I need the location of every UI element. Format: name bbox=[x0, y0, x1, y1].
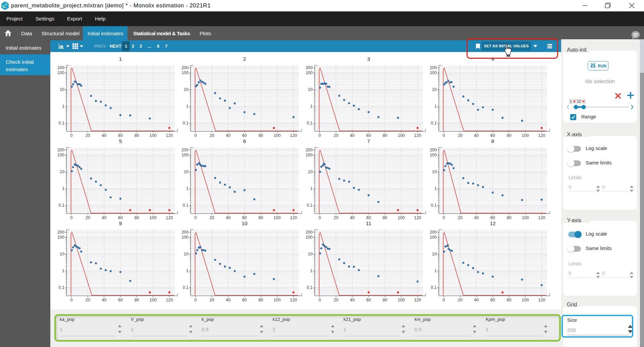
svg-text:80: 80 bbox=[507, 298, 512, 302]
svg-text:20: 20 bbox=[86, 133, 90, 138]
svg-text:200: 200 bbox=[430, 65, 437, 70]
svg-text:1: 1 bbox=[186, 268, 189, 273]
svg-text:100: 100 bbox=[398, 298, 405, 302]
svg-text:0.1: 0.1 bbox=[431, 203, 437, 208]
svg-text:100: 100 bbox=[306, 153, 313, 157]
svg-text:120: 120 bbox=[414, 215, 421, 220]
svg-text:10: 10 bbox=[308, 169, 313, 174]
svg-text:60: 60 bbox=[366, 133, 371, 138]
svg-text:100: 100 bbox=[57, 70, 64, 75]
svg-text:100: 100 bbox=[274, 133, 281, 138]
svg-text:40: 40 bbox=[102, 298, 106, 302]
svg-text:80: 80 bbox=[259, 133, 263, 138]
svg-text:0: 0 bbox=[319, 298, 321, 302]
svg-text:0: 0 bbox=[195, 215, 197, 220]
svg-text:0.1: 0.1 bbox=[183, 203, 189, 208]
svg-text:5: 5 bbox=[119, 138, 122, 144]
svg-text:1: 1 bbox=[62, 104, 64, 109]
svg-text:0.1: 0.1 bbox=[307, 121, 313, 126]
svg-text:100: 100 bbox=[522, 298, 529, 302]
svg-text:7: 7 bbox=[367, 138, 370, 144]
svg-text:1: 1 bbox=[434, 186, 437, 191]
svg-text:80: 80 bbox=[259, 215, 263, 220]
svg-text:100: 100 bbox=[306, 70, 313, 75]
svg-text:1: 1 bbox=[186, 104, 189, 109]
svg-text:0.1: 0.1 bbox=[59, 203, 64, 208]
svg-text:120: 120 bbox=[290, 215, 297, 220]
svg-text:40: 40 bbox=[226, 215, 230, 220]
svg-text:100: 100 bbox=[522, 133, 529, 138]
svg-text:40: 40 bbox=[226, 133, 230, 138]
svg-text:0.1: 0.1 bbox=[59, 121, 64, 126]
svg-text:0.1: 0.1 bbox=[431, 285, 437, 290]
svg-text:20: 20 bbox=[458, 298, 463, 302]
svg-text:60: 60 bbox=[242, 298, 247, 302]
svg-text:1: 1 bbox=[310, 104, 313, 109]
svg-text:0: 0 bbox=[70, 215, 73, 220]
svg-text:20: 20 bbox=[334, 133, 338, 138]
svg-text:12: 12 bbox=[490, 220, 495, 226]
svg-text:0: 0 bbox=[319, 215, 321, 220]
svg-text:1: 1 bbox=[434, 104, 437, 109]
svg-text:10: 10 bbox=[241, 220, 248, 226]
svg-text:40: 40 bbox=[350, 133, 355, 138]
svg-text:100: 100 bbox=[306, 235, 313, 240]
svg-text:11: 11 bbox=[366, 220, 371, 226]
svg-text:120: 120 bbox=[538, 298, 545, 302]
svg-text:20: 20 bbox=[334, 215, 338, 220]
svg-text:80: 80 bbox=[507, 215, 512, 220]
svg-text:100: 100 bbox=[150, 298, 157, 302]
svg-text:60: 60 bbox=[490, 298, 495, 302]
svg-text:0: 0 bbox=[70, 133, 73, 138]
svg-text:120: 120 bbox=[290, 133, 297, 138]
svg-text:0: 0 bbox=[195, 133, 197, 138]
svg-text:80: 80 bbox=[383, 298, 387, 302]
svg-text:80: 80 bbox=[259, 298, 263, 302]
svg-text:10: 10 bbox=[308, 252, 313, 256]
svg-text:20: 20 bbox=[86, 298, 90, 302]
svg-text:120: 120 bbox=[166, 133, 173, 138]
svg-text:9: 9 bbox=[119, 220, 122, 226]
svg-text:1: 1 bbox=[310, 186, 313, 191]
svg-text:40: 40 bbox=[226, 298, 230, 302]
svg-text:100: 100 bbox=[274, 298, 281, 302]
svg-text:8: 8 bbox=[491, 138, 494, 144]
svg-text:120: 120 bbox=[414, 298, 421, 302]
svg-text:0.1: 0.1 bbox=[431, 121, 437, 126]
svg-text:10: 10 bbox=[60, 87, 64, 92]
svg-text:10: 10 bbox=[60, 252, 64, 256]
svg-text:80: 80 bbox=[383, 133, 387, 138]
svg-text:0: 0 bbox=[443, 215, 445, 220]
svg-text:10: 10 bbox=[308, 87, 313, 92]
svg-text:0.1: 0.1 bbox=[59, 285, 64, 290]
svg-text:80: 80 bbox=[135, 215, 139, 220]
svg-text:20: 20 bbox=[458, 133, 463, 138]
svg-text:120: 120 bbox=[414, 133, 421, 138]
svg-text:80: 80 bbox=[383, 215, 387, 220]
svg-text:0.1: 0.1 bbox=[307, 203, 313, 208]
svg-text:60: 60 bbox=[366, 298, 371, 302]
svg-text:200: 200 bbox=[181, 148, 189, 152]
svg-text:1: 1 bbox=[62, 186, 64, 191]
svg-text:0.1: 0.1 bbox=[183, 121, 189, 126]
svg-text:40: 40 bbox=[102, 133, 106, 138]
svg-text:200: 200 bbox=[430, 148, 437, 152]
svg-text:40: 40 bbox=[102, 215, 106, 220]
svg-text:40: 40 bbox=[474, 298, 479, 302]
svg-text:20: 20 bbox=[458, 215, 463, 220]
svg-text:60: 60 bbox=[118, 298, 123, 302]
svg-text:80: 80 bbox=[135, 133, 139, 138]
svg-text:10: 10 bbox=[432, 169, 437, 174]
svg-text:1: 1 bbox=[186, 186, 189, 191]
svg-text:100: 100 bbox=[522, 215, 529, 220]
svg-text:120: 120 bbox=[538, 133, 545, 138]
svg-text:60: 60 bbox=[242, 215, 247, 220]
svg-text:20: 20 bbox=[86, 215, 90, 220]
svg-text:200: 200 bbox=[57, 230, 64, 235]
svg-text:40: 40 bbox=[350, 215, 355, 220]
svg-text:20: 20 bbox=[210, 215, 214, 220]
svg-text:10: 10 bbox=[432, 252, 437, 256]
svg-text:0: 0 bbox=[443, 133, 445, 138]
svg-text:60: 60 bbox=[242, 133, 247, 138]
svg-text:6: 6 bbox=[243, 138, 246, 144]
